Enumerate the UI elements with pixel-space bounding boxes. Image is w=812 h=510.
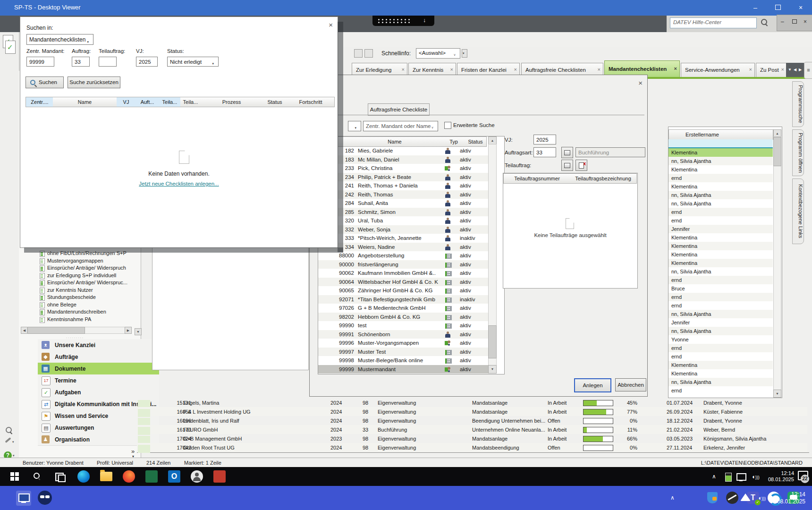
nav-collapse-button[interactable]: »	[131, 448, 135, 455]
notification-badge[interactable]: 22	[801, 475, 809, 483]
edge-browser-icon[interactable]	[77, 470, 90, 483]
search-result-column-1[interactable]: Zentr....▲	[25, 97, 54, 107]
remote-volume-icon[interactable]: ◖)))	[752, 473, 760, 480]
tab-close-icon[interactable]: ×	[674, 66, 677, 71]
creator-row[interactable]: ernd	[668, 293, 773, 301]
client-row[interactable]: 99991Schönenbornaktiv	[318, 330, 488, 339]
create-checklists-link[interactable]: Jetzt neue Checklisten anlegen...	[139, 181, 219, 187]
sidebar-item-termine[interactable]: 17Termine	[38, 374, 159, 387]
strip-search-icon[interactable]	[6, 427, 12, 433]
search-dialog-close-icon[interactable]: ×	[329, 21, 333, 29]
creator-row[interactable]: nn, Silvia Ajantha	[668, 191, 773, 199]
creator-row[interactable]: ernd	[668, 352, 773, 361]
host-volume-icon[interactable]: ◖)))	[758, 494, 766, 502]
creator-row[interactable]: ernd	[668, 174, 773, 182]
workspace-app-icon[interactable]	[38, 491, 52, 505]
client-row[interactable]: 90064Wittelsbacher Hof GmbH & Co. Kaktiv	[318, 278, 488, 287]
abbrechen-button[interactable]: Abbrechen	[615, 378, 646, 391]
teilauftrag-header-bezeichnung[interactable]: Teilauftragsbezeichnung	[570, 173, 637, 184]
wifi-icon[interactable]	[740, 493, 751, 501]
order-row[interactable]: 16054F & L Investment Holding UG202498Ei…	[137, 407, 807, 416]
toolbar-options-tab[interactable]: ≡	[804, 62, 812, 79]
teilauftrag-header-nummer[interactable]: Teilauftragsnummer	[503, 173, 571, 184]
client-row[interactable]: 242Reith, Thomasaktiv	[318, 190, 488, 199]
client-row[interactable]: 183Mc Millan, Danielaktiv	[318, 155, 488, 164]
sidebar-item-auftr-ge[interactable]: ◆Aufträge	[38, 351, 159, 363]
task-view-icon[interactable]	[54, 470, 66, 483]
client-row[interactable]: 99990testaktiv	[318, 321, 488, 330]
client-row[interactable]: 320Ural, Tubaaktiv	[318, 216, 488, 225]
app-restore-button[interactable]	[792, 18, 797, 25]
tree-item-10[interactable]: Kenntnisnahme PA	[47, 316, 91, 323]
help-dropdown-arrow[interactable]: ▾	[13, 454, 15, 458]
grip-pulldown-icon[interactable]: ↓	[423, 17, 426, 24]
network-icon[interactable]	[736, 473, 746, 481]
tab-auftragsfreie-checkliste[interactable]: Auftragsfreie Checkliste	[368, 103, 430, 116]
tab-close-icon[interactable]: ×	[598, 67, 601, 72]
attachment-icon[interactable]	[354, 49, 363, 58]
creator-row[interactable]: ernd	[668, 276, 773, 284]
creators-header[interactable]: Erstellername	[668, 129, 736, 140]
search-result-column-9[interactable]: Fortschritt	[287, 97, 335, 107]
search-result-column-8[interactable]: Status	[262, 97, 288, 107]
creator-row[interactable]: ernd	[668, 344, 773, 352]
client-row[interactable]: 332Weber, Sonjaaktiv	[318, 225, 488, 234]
start-button[interactable]	[8, 470, 21, 483]
tree-scroll-right-button[interactable]: ▶	[125, 327, 132, 334]
search-result-column-2[interactable]: Name	[53, 97, 117, 107]
sidebar-item-unsere-kanzlei[interactable]: ᴥUnsere Kanzlei	[38, 339, 159, 351]
tab-close-icon[interactable]: ×	[450, 67, 453, 72]
toolbar-overflow-button[interactable]: ▾	[462, 49, 467, 58]
side-tab-programmsuche[interactable]: Programmsuche	[792, 81, 804, 127]
teilauftrag-remove-button[interactable]: x	[575, 160, 587, 171]
tree-item-3[interactable]: Einsprüche/ Anträge/ Widerspruch	[47, 265, 126, 272]
creator-row[interactable]: Jennifer	[668, 318, 773, 327]
creator-row[interactable]: Klementina	[668, 361, 773, 369]
sidebar-item-aufgaben[interactable]: ✓Aufgaben	[38, 386, 159, 399]
suchen-button[interactable]: Suchen	[25, 76, 64, 88]
field-input-2[interactable]: 33	[72, 57, 90, 67]
help-search-icon[interactable]	[761, 19, 767, 25]
status-dropdown[interactable]: Nicht erledigt▾	[167, 57, 219, 67]
anlegen-button[interactable]: Anlegen	[574, 378, 611, 392]
client-row[interactable]: 99996Muster-Vorgangsmappenaktiv	[318, 339, 488, 348]
client-row[interactable]: 241Reith, Thomas + Danielaaktiv	[318, 181, 488, 190]
creator-row[interactable]: ernd	[668, 386, 773, 395]
creator-row[interactable]: nn, Silvia Ajantha	[668, 267, 773, 276]
tab-scroll-buttons[interactable]: ▼ ◀ ▶	[786, 63, 804, 77]
creator-row[interactable]: nn, Silvia Ajantha	[668, 327, 773, 335]
creator-row[interactable]: Klementina	[668, 233, 773, 242]
auftragsart-input[interactable]: 33	[533, 147, 556, 157]
creator-row[interactable]: nn, Silvia Ajantha	[668, 310, 773, 318]
teilauftrag-picker-button[interactable]	[561, 160, 573, 171]
creator-row[interactable]: nn, Silvia Ajantha	[668, 378, 773, 386]
client-row[interactable]: 98202Hebborn GmbH & Co. KGaktiv	[318, 313, 488, 322]
security-shield-icon[interactable]	[707, 492, 718, 503]
order-row[interactable]: 15131Engels, Martina202498Eigenverwaltun…	[137, 398, 807, 407]
creator-row[interactable]: nn, Silvia Ajantha	[668, 157, 773, 165]
order-row[interactable]: 17042Golden Root Trust UG202498Eigenverw…	[137, 443, 807, 452]
creator-row[interactable]: Klementina	[668, 182, 773, 191]
explorer-folder-icon[interactable]	[100, 472, 112, 481]
client-row[interactable]: 97026G + B Medientechnik GmbHaktiv	[318, 304, 488, 313]
creator-row[interactable]: Klementina	[668, 250, 773, 259]
client-list-header-status[interactable]: Status	[465, 136, 487, 147]
field-input-1[interactable]: 99999	[26, 57, 54, 67]
dialog-close-icon[interactable]: ×	[638, 79, 643, 87]
help-search-input[interactable]: DATEV Hilfe-Center	[670, 17, 757, 28]
creator-row[interactable]: Jennifer	[668, 225, 773, 233]
client-search-combo[interactable]: Zentr. Mandant oder Name ˅	[363, 121, 438, 131]
app-icon-green[interactable]	[145, 470, 158, 483]
tab-service-anwendungen[interactable]: Service-Anwendungen×	[681, 63, 755, 77]
search-scope-dropdown[interactable]: Mandantenchecklisten▾	[26, 34, 93, 45]
client-row[interactable]: 90000fristverlängerungaktiv	[318, 260, 488, 269]
order-row[interactable]: 16170FEURO GmbH202433BuchführungUnterneh…	[137, 425, 807, 434]
creators-scroll-thumb[interactable]	[773, 137, 781, 166]
tab-close-icon[interactable]: ×	[781, 67, 784, 72]
advanced-search-checkbox[interactable]	[444, 122, 451, 129]
order-row[interactable]: 16096Lindenblatt, Iris und Ralf202498Eig…	[137, 416, 807, 425]
browser-icon[interactable]	[123, 470, 135, 483]
vj-input[interactable]: 2025	[533, 135, 556, 144]
creator-row[interactable]: Klementina	[668, 165, 773, 174]
client-row[interactable]: 334Weiers, Nadineaktiv	[318, 243, 488, 252]
